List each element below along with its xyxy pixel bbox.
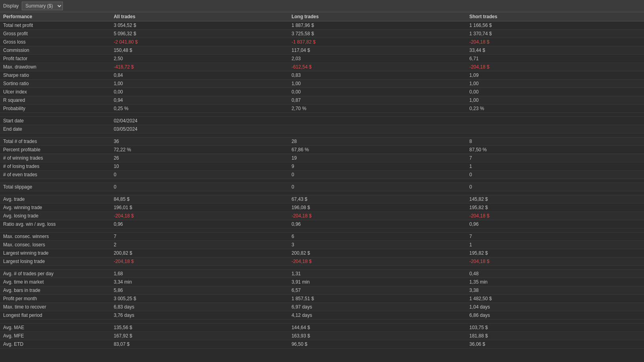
row-label: Commission <box>0 46 110 55</box>
row-long-trades: 67,86 % <box>288 146 466 154</box>
row-label: # of winning trades <box>0 154 110 162</box>
row-all-trades: 0 <box>110 183 288 191</box>
table-row: Percent profitable72,22 %67,86 %87,50 % <box>0 146 644 154</box>
row-short-trades: 0 <box>466 183 644 191</box>
table-row: Largest winning trade200,82 $200,82 $195… <box>0 249 644 257</box>
row-all-trades: 72,22 % <box>110 146 288 154</box>
row-long-trades: 28 <box>288 137 466 146</box>
table-row: Avg. ETD83,07 $96,50 $36,06 $ <box>0 340 644 349</box>
row-short-trades: 6,86 days <box>466 311 644 320</box>
row-label: Sortino ratio <box>0 80 110 88</box>
table-row: Total slippage000 <box>0 183 644 191</box>
row-short-trades: 7 <box>466 154 644 162</box>
row-long-trades: 2,03 <box>288 55 466 63</box>
row-all-trades: 0,25 % <box>110 105 288 113</box>
row-long-trades: 3,91 min <box>288 278 466 286</box>
row-label: Largest winning trade <box>0 249 110 257</box>
row-all-trades: 83,07 $ <box>110 340 288 349</box>
row-label: Probability <box>0 105 110 113</box>
row-long-trades <box>288 117 466 125</box>
row-all-trades: -418,72 $ <box>110 63 288 71</box>
table-row: Avg. winning trade196,01 $196,08 $195,82… <box>0 204 644 212</box>
display-label: Display <box>3 3 19 9</box>
row-long-trades: 163,93 $ <box>288 332 466 340</box>
row-label: Avg. winning trade <box>0 204 110 212</box>
row-label: Total slippage <box>0 183 110 191</box>
table-row: Profit per month3 005,25 $1 857,51 $1 48… <box>0 295 644 303</box>
row-short-trades: 0 <box>466 171 644 179</box>
row-short-trades: 1,09 <box>466 71 644 80</box>
table-row <box>0 133 644 137</box>
row-short-trades: 0,96 <box>466 220 644 229</box>
row-short-trades: 1,35 min <box>466 278 644 286</box>
table-row: Gross profit5 096,32 $3 725,58 $1 370,74… <box>0 30 644 38</box>
row-label: Max. drawdown <box>0 63 110 71</box>
table-row: Profit factor2,502,036,71 <box>0 55 644 63</box>
row-short-trades: 1 <box>466 162 644 171</box>
row-all-trades: 167,92 $ <box>110 332 288 340</box>
row-long-trades: -1 837,82 $ <box>288 38 466 46</box>
row-label: Avg. trade <box>0 195 110 204</box>
row-label: Max. consec. winners <box>0 232 110 241</box>
row-short-trades: 1 166,56 $ <box>466 21 644 30</box>
row-all-trades: 200,82 $ <box>110 249 288 257</box>
row-label: Avg. MFE <box>0 332 110 340</box>
row-long-trades: 1 857,51 $ <box>288 295 466 303</box>
row-all-trades: 84,85 $ <box>110 195 288 204</box>
table-container: Performance All trades Long trades Short… <box>0 12 644 349</box>
row-all-trades: 3,34 min <box>110 278 288 286</box>
table-row: Sharpe ratio0,840,831,09 <box>0 71 644 80</box>
row-short-trades: 87,50 % <box>466 146 644 154</box>
row-label: Ratio avg. win / avg. loss <box>0 220 110 229</box>
row-short-trades: 1,00 <box>466 80 644 88</box>
row-long-trades: 96,50 $ <box>288 340 466 349</box>
table-body: Total net profit3 054,52 $1 887,96 $1 16… <box>0 21 644 349</box>
row-short-trades: 0,00 <box>466 88 644 96</box>
row-label: Ulcer index <box>0 88 110 96</box>
row-long-trades: 196,08 $ <box>288 204 466 212</box>
table-row: Avg. losing trade-204,18 $-204,18 $-204,… <box>0 212 644 220</box>
row-label: Percent profitable <box>0 146 110 154</box>
table-row: Avg. bars in trade5,866,573,38 <box>0 286 644 295</box>
table-row: Avg. MAE135,56 $144,64 $103,75 $ <box>0 324 644 332</box>
row-label: Gross profit <box>0 30 110 38</box>
row-all-trades: 02/04/2024 <box>110 117 288 125</box>
row-short-trades <box>466 117 644 125</box>
table-row: # of losing trades1091 <box>0 162 644 171</box>
table-row: Probability0,25 %2,70 %0,23 % <box>0 105 644 113</box>
row-label: Sharpe ratio <box>0 71 110 80</box>
table-row <box>0 229 644 232</box>
row-short-trades: 1 482,50 $ <box>466 295 644 303</box>
row-long-trades <box>288 125 466 133</box>
row-short-trades: 145,82 $ <box>466 195 644 204</box>
row-short-trades: 1 370,74 $ <box>466 30 644 38</box>
row-label: Profit per month <box>0 295 110 303</box>
row-all-trades: 26 <box>110 154 288 162</box>
row-all-trades: 5,86 <box>110 286 288 295</box>
row-long-trades: 0 <box>288 171 466 179</box>
display-select[interactable]: Summary ($) Summary (%) Detailed <box>22 2 63 10</box>
table-row: Ulcer index0,000,000,00 <box>0 88 644 96</box>
row-all-trades: 0,96 <box>110 220 288 229</box>
row-short-trades: -204,18 $ <box>466 212 644 220</box>
table-row: Gross loss-2 041,80 $-1 837,82 $-204,18 … <box>0 38 644 46</box>
row-label: Total # of trades <box>0 137 110 146</box>
row-long-trades: 200,82 $ <box>288 249 466 257</box>
row-short-trades: 1,00 <box>466 96 644 105</box>
row-long-trades: 3 <box>288 241 466 249</box>
row-label: # of losing trades <box>0 162 110 171</box>
col-header-long-trades: Long trades <box>288 12 466 21</box>
col-header-short-trades: Short trades <box>466 12 644 21</box>
row-long-trades: 6,97 days <box>288 303 466 311</box>
row-all-trades: 0,84 <box>110 71 288 80</box>
row-label: Avg. time in market <box>0 278 110 286</box>
row-short-trades: 36,06 $ <box>466 340 644 349</box>
row-short-trades: 6,71 <box>466 55 644 63</box>
row-all-trades: 2 <box>110 241 288 249</box>
row-short-trades: 195,82 $ <box>466 249 644 257</box>
row-long-trades: 0,87 <box>288 96 466 105</box>
table-row: Ratio avg. win / avg. loss0,960,960,96 <box>0 220 644 229</box>
row-all-trades: 6,83 days <box>110 303 288 311</box>
row-long-trades: 4,12 days <box>288 311 466 320</box>
row-all-trades: -204,18 $ <box>110 212 288 220</box>
